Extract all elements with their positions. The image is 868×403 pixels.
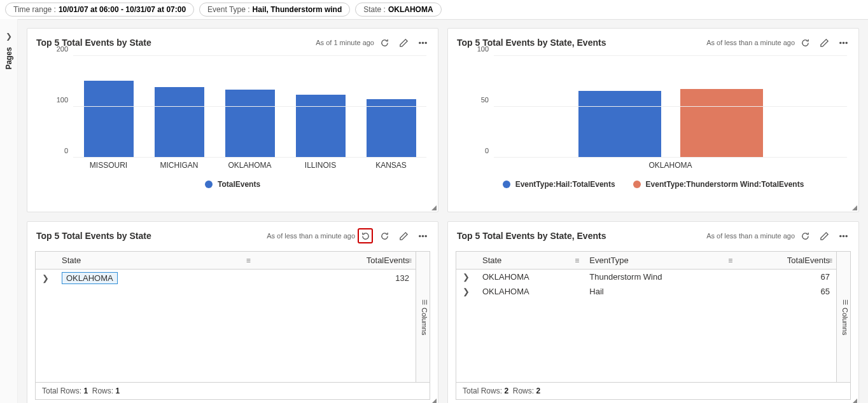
refresh-icon[interactable] [377,228,392,243]
svg-point-1 [422,42,423,43]
filter-time-range[interactable]: Time range : 10/01/07 at 06:00 - 10/31/0… [5,3,194,17]
legend-item[interactable]: EventType:Thunderstorm Wind:TotalEvents [633,180,804,189]
legend-swatch-icon [205,181,213,188]
table-wrap: State≡ EventType≡ TotalEvents≡ ❯OKLAHOMA… [448,246,858,403]
resize-handle-icon[interactable] [851,204,857,210]
refresh-icon[interactable] [377,35,392,50]
table-row[interactable]: ❯OKLAHOMA132 [36,270,416,287]
bar[interactable] [680,89,763,157]
column-expand [36,252,55,270]
svg-point-6 [419,235,420,236]
resize-handle-icon[interactable] [430,204,437,210]
filter-value: Hail, Thunderstorm wind [253,5,342,14]
cell-eventtype: Thunderstorm Wind [583,270,736,285]
tile-header: Top 5 Total Events by State, Events As o… [448,29,858,53]
filter-value: OKLAHOMA [388,5,433,14]
column-menu-icon[interactable]: ≡ [728,256,732,265]
resize-handle-icon[interactable] [430,397,437,403]
pages-label[interactable]: Pages [4,47,13,69]
cell-eventtype: Hail [583,284,736,299]
tile-status-text: As of less than a minute ago [706,232,795,240]
filter-bar: Time range : 10/01/07 at 06:00 - 10/31/0… [0,0,868,20]
y-tick: 200 [57,45,68,53]
column-header-total[interactable]: TotalEvents≡ [736,252,836,270]
tile-top-5-events-by-state-chart: Top 5 Total Events by State As of 1 minu… [27,28,438,212]
chart-legend: TotalEvents [39,180,426,189]
legend-item[interactable]: TotalEvents [205,180,260,189]
refresh-icon[interactable] [797,35,813,50]
tile-status-text: As of less than a minute ago [267,232,355,240]
resize-handle-icon[interactable] [851,397,857,403]
expand-pages-chevron-icon[interactable]: ❯ [6,32,12,41]
expand-row-icon[interactable]: ❯ [463,287,470,296]
table-row[interactable]: ❯OKLAHOMAHail65 [456,284,836,299]
filter-label: State : [363,5,386,14]
table-footer: Total Rows: 1 Rows: 1 [35,383,430,400]
columns-icon: ☰ [842,298,849,305]
expand-row-icon[interactable]: ❯ [42,273,49,283]
cell-total: 132 [255,270,416,287]
cell-state: OKLAHOMA [476,270,583,285]
legend-swatch-icon [503,181,510,188]
svg-point-10 [843,235,844,236]
svg-point-9 [839,235,841,236]
filter-event-type[interactable]: Event Type : Hail, Thunderstorm wind [199,3,350,17]
reset-icon[interactable] [358,228,373,243]
columns-panel-toggle[interactable]: ☰Columns [416,252,430,382]
column-header-state[interactable]: State≡ [55,252,255,270]
edit-icon[interactable] [816,228,832,243]
legend-item[interactable]: EventType:Hail:TotalEvents [503,180,615,189]
column-menu-icon[interactable]: ≡ [828,256,832,265]
dashboard-grid: Top 5 Total Events by State As of 1 minu… [18,19,868,403]
x-label: OKLAHOMA [214,161,285,170]
cell-state: OKLAHOMA [55,270,255,287]
y-tick: 0 [485,147,489,154]
legend-swatch-icon [633,181,641,188]
filter-state[interactable]: State : OKLAHOMA [355,3,441,17]
columns-panel-toggle[interactable]: ☰Columns [836,252,850,382]
column-menu-icon[interactable]: ≡ [407,256,412,265]
pages-sidebar: ❯ Pages [0,19,18,403]
filter-label: Time range : [13,5,56,14]
svg-point-5 [846,42,847,43]
column-header-state[interactable]: State≡ [476,252,583,270]
edit-icon[interactable] [816,35,832,50]
svg-point-3 [839,42,841,43]
tile-top-5-events-by-state-events-chart: Top 5 Total Events by State, Events As o… [447,28,859,212]
svg-point-7 [422,235,423,236]
cell-total: 65 [736,284,836,299]
column-header-total[interactable]: TotalEvents≡ [255,252,416,270]
table-row[interactable]: ❯OKLAHOMAThunderstorm Wind67 [456,270,836,285]
edit-icon[interactable] [396,35,411,50]
refresh-icon[interactable] [797,228,813,243]
y-tick: 100 [477,45,489,53]
tile-top-5-events-by-state-events-table: Top 5 Total Events by State, Events As o… [447,221,859,403]
bar[interactable] [578,91,661,157]
edit-icon[interactable] [396,228,411,243]
table-wrap: State≡ TotalEvents≡ ❯OKLAHOMA132 ☰Column… [27,246,438,403]
y-tick: 0 [64,147,68,154]
x-label: MICHIGAN [144,161,214,170]
more-icon[interactable] [415,228,430,243]
column-menu-icon[interactable]: ≡ [246,256,251,265]
tile-header: Top 5 Total Events by State As of 1 minu… [27,29,438,53]
svg-point-0 [419,42,420,43]
more-icon[interactable] [415,35,430,50]
tile-header: Top 5 Total Events by State As of less t… [27,222,438,246]
tile-title: Top 5 Total Events by State [36,231,267,241]
tile-title: Top 5 Total Events by State [36,38,316,48]
legend-label: EventType:Hail:TotalEvents [515,180,615,189]
cell-total: 67 [736,270,836,285]
tile-top-5-events-by-state-table: Top 5 Total Events by State As of less t… [27,221,438,403]
column-header-eventtype[interactable]: EventType≡ [583,252,736,270]
columns-icon: ☰ [421,298,428,305]
more-icon[interactable] [836,228,851,243]
tile-status-text: As of 1 minute ago [316,39,374,46]
tile-header: Top 5 Total Events by State, Events As o… [448,222,858,246]
column-menu-icon[interactable]: ≡ [575,256,579,265]
expand-row-icon[interactable]: ❯ [463,272,470,282]
svg-point-8 [425,235,426,236]
filter-value: 10/01/07 at 06:00 - 10/31/07 at 07:00 [59,5,186,14]
svg-point-11 [846,235,847,236]
more-icon[interactable] [836,35,851,50]
